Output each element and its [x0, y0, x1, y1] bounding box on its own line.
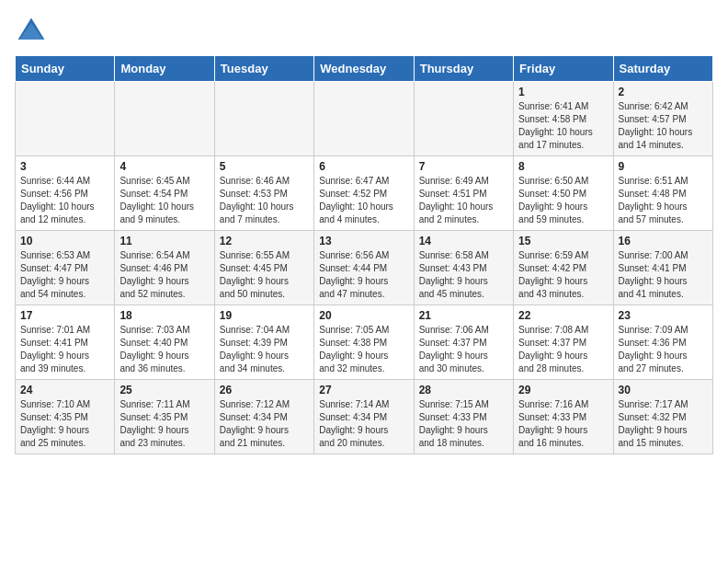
day-number: 20 [319, 309, 408, 322]
day-info: Sunrise: 6:53 AM Sunset: 4:47 PM Dayligh… [20, 249, 109, 301]
weekday-header-tuesday: Tuesday [214, 56, 313, 82]
calendar-cell: 6Sunrise: 6:47 AM Sunset: 4:52 PM Daylig… [314, 156, 414, 231]
weekday-header-row: SundayMondayTuesdayWednesdayThursdayFrid… [16, 56, 713, 82]
day-number: 24 [20, 384, 109, 396]
page-header [15, 15, 713, 48]
calendar-cell [115, 82, 214, 156]
day-number: 13 [319, 235, 408, 247]
calendar-cell [214, 82, 313, 156]
calendar-cell: 7Sunrise: 6:49 AM Sunset: 4:51 PM Daylig… [414, 156, 513, 231]
day-info: Sunrise: 6:56 AM Sunset: 4:44 PM Dayligh… [319, 249, 408, 301]
calendar-cell: 28Sunrise: 7:15 AM Sunset: 4:33 PM Dayli… [414, 380, 513, 454]
calendar-cell: 23Sunrise: 7:09 AM Sunset: 4:36 PM Dayli… [613, 305, 712, 380]
calendar-cell: 18Sunrise: 7:03 AM Sunset: 4:40 PM Dayli… [115, 305, 214, 380]
day-number: 28 [419, 384, 508, 396]
calendar-table: SundayMondayTuesdayWednesdayThursdayFrid… [15, 55, 713, 454]
calendar-cell: 9Sunrise: 6:51 AM Sunset: 4:48 PM Daylig… [613, 156, 712, 231]
day-number: 3 [20, 160, 109, 173]
calendar-cell: 8Sunrise: 6:50 AM Sunset: 4:50 PM Daylig… [514, 156, 613, 231]
day-info: Sunrise: 6:55 AM Sunset: 4:45 PM Dayligh… [220, 249, 309, 301]
calendar-cell: 2Sunrise: 6:42 AM Sunset: 4:57 PM Daylig… [613, 82, 712, 156]
calendar-week-2: 3Sunrise: 6:44 AM Sunset: 4:56 PM Daylig… [16, 156, 713, 231]
day-number: 23 [619, 309, 708, 322]
day-info: Sunrise: 6:45 AM Sunset: 4:54 PM Dayligh… [119, 175, 209, 226]
day-number: 4 [119, 160, 209, 173]
weekday-header-friday: Friday [514, 56, 613, 82]
day-info: Sunrise: 6:50 AM Sunset: 4:50 PM Dayligh… [518, 175, 608, 226]
calendar-week-5: 24Sunrise: 7:10 AM Sunset: 4:35 PM Dayli… [16, 380, 713, 454]
day-number: 11 [119, 235, 209, 247]
calendar-week-1: 1Sunrise: 6:41 AM Sunset: 4:58 PM Daylig… [16, 82, 713, 156]
calendar-cell: 30Sunrise: 7:17 AM Sunset: 4:32 PM Dayli… [613, 380, 712, 454]
day-info: Sunrise: 7:00 AM Sunset: 4:41 PM Dayligh… [619, 249, 708, 301]
calendar-cell: 19Sunrise: 7:04 AM Sunset: 4:39 PM Dayli… [214, 305, 313, 380]
calendar-cell: 29Sunrise: 7:16 AM Sunset: 4:33 PM Dayli… [514, 380, 613, 454]
day-info: Sunrise: 6:44 AM Sunset: 4:56 PM Dayligh… [20, 175, 109, 226]
day-info: Sunrise: 7:15 AM Sunset: 4:33 PM Dayligh… [419, 398, 508, 450]
calendar-cell: 14Sunrise: 6:58 AM Sunset: 4:43 PM Dayli… [414, 231, 513, 305]
day-number: 8 [518, 160, 608, 173]
calendar-cell: 17Sunrise: 7:01 AM Sunset: 4:41 PM Dayli… [16, 305, 115, 380]
day-number: 9 [619, 160, 708, 173]
day-number: 10 [20, 235, 109, 247]
logo-icon [15, 15, 48, 48]
calendar-cell: 20Sunrise: 7:05 AM Sunset: 4:38 PM Dayli… [314, 305, 414, 380]
day-number: 25 [119, 384, 209, 396]
calendar-cell: 13Sunrise: 6:56 AM Sunset: 4:44 PM Dayli… [314, 231, 414, 305]
day-number: 5 [220, 160, 309, 173]
day-info: Sunrise: 6:46 AM Sunset: 4:53 PM Dayligh… [220, 175, 309, 226]
calendar-cell: 3Sunrise: 6:44 AM Sunset: 4:56 PM Daylig… [16, 156, 115, 231]
day-info: Sunrise: 6:49 AM Sunset: 4:51 PM Dayligh… [419, 175, 508, 226]
day-info: Sunrise: 6:51 AM Sunset: 4:48 PM Dayligh… [619, 175, 708, 226]
day-info: Sunrise: 7:01 AM Sunset: 4:41 PM Dayligh… [20, 324, 109, 375]
day-number: 16 [619, 235, 708, 247]
calendar-cell: 21Sunrise: 7:06 AM Sunset: 4:37 PM Dayli… [414, 305, 513, 380]
day-number: 17 [20, 309, 109, 322]
day-info: Sunrise: 7:14 AM Sunset: 4:34 PM Dayligh… [319, 398, 408, 450]
day-number: 18 [119, 309, 209, 322]
day-number: 22 [518, 309, 608, 322]
day-info: Sunrise: 7:16 AM Sunset: 4:33 PM Dayligh… [518, 398, 608, 450]
calendar-cell: 15Sunrise: 6:59 AM Sunset: 4:42 PM Dayli… [514, 231, 613, 305]
weekday-header-monday: Monday [115, 56, 214, 82]
weekday-header-sunday: Sunday [16, 56, 115, 82]
day-info: Sunrise: 7:04 AM Sunset: 4:39 PM Dayligh… [220, 324, 309, 375]
day-number: 27 [319, 384, 408, 396]
calendar-cell [314, 82, 414, 156]
day-info: Sunrise: 7:11 AM Sunset: 4:35 PM Dayligh… [119, 398, 209, 450]
calendar-cell: 11Sunrise: 6:54 AM Sunset: 4:46 PM Dayli… [115, 231, 214, 305]
day-number: 26 [220, 384, 309, 396]
day-info: Sunrise: 7:08 AM Sunset: 4:37 PM Dayligh… [518, 324, 608, 375]
calendar-body: 1Sunrise: 6:41 AM Sunset: 4:58 PM Daylig… [16, 82, 713, 454]
day-number: 29 [518, 384, 608, 396]
weekday-header-saturday: Saturday [613, 56, 712, 82]
calendar-cell: 1Sunrise: 6:41 AM Sunset: 4:58 PM Daylig… [514, 82, 613, 156]
calendar-cell: 22Sunrise: 7:08 AM Sunset: 4:37 PM Dayli… [514, 305, 613, 380]
calendar-cell: 25Sunrise: 7:11 AM Sunset: 4:35 PM Dayli… [115, 380, 214, 454]
day-number: 21 [419, 309, 508, 322]
day-info: Sunrise: 7:12 AM Sunset: 4:34 PM Dayligh… [220, 398, 309, 450]
calendar-cell [16, 82, 115, 156]
day-number: 6 [319, 160, 408, 173]
day-info: Sunrise: 6:58 AM Sunset: 4:43 PM Dayligh… [419, 249, 508, 301]
weekday-header-thursday: Thursday [414, 56, 513, 82]
calendar-cell [414, 82, 513, 156]
day-number: 1 [518, 86, 608, 98]
day-number: 12 [220, 235, 309, 247]
calendar-cell: 4Sunrise: 6:45 AM Sunset: 4:54 PM Daylig… [115, 156, 214, 231]
day-number: 15 [518, 235, 608, 247]
day-number: 19 [220, 309, 309, 322]
calendar-cell: 24Sunrise: 7:10 AM Sunset: 4:35 PM Dayli… [16, 380, 115, 454]
calendar-header: SundayMondayTuesdayWednesdayThursdayFrid… [16, 56, 713, 82]
calendar-week-3: 10Sunrise: 6:53 AM Sunset: 4:47 PM Dayli… [16, 231, 713, 305]
logo [15, 15, 53, 48]
day-info: Sunrise: 7:10 AM Sunset: 4:35 PM Dayligh… [20, 398, 109, 450]
day-info: Sunrise: 7:17 AM Sunset: 4:32 PM Dayligh… [619, 398, 708, 450]
weekday-header-wednesday: Wednesday [314, 56, 414, 82]
calendar-cell: 12Sunrise: 6:55 AM Sunset: 4:45 PM Dayli… [214, 231, 313, 305]
day-info: Sunrise: 6:54 AM Sunset: 4:46 PM Dayligh… [119, 249, 209, 301]
day-info: Sunrise: 6:47 AM Sunset: 4:52 PM Dayligh… [319, 175, 408, 226]
day-info: Sunrise: 7:03 AM Sunset: 4:40 PM Dayligh… [119, 324, 209, 375]
day-info: Sunrise: 7:09 AM Sunset: 4:36 PM Dayligh… [619, 324, 708, 375]
day-number: 30 [619, 384, 708, 396]
